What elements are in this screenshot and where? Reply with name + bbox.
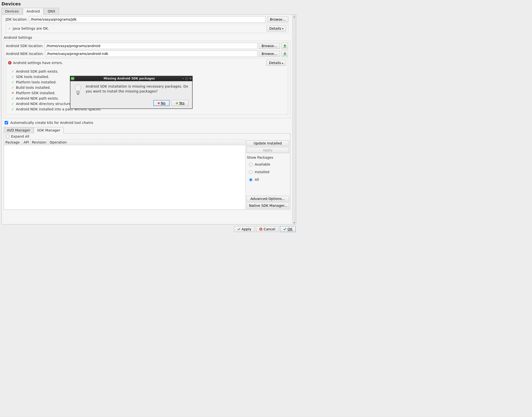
check-item: ✓Android SDK path exists. [11,69,286,74]
button-label: OK [288,227,293,231]
button-label: Cancel [264,227,275,231]
jdk-details-button[interactable]: Details ▾ [266,26,286,31]
button-label: Details [269,61,281,65]
ndk-download-button[interactable] [281,50,288,57]
button-label: Yes [179,101,185,105]
check-icon: ✓ [11,96,14,100]
radio-all-row[interactable]: All [246,176,289,183]
radio-installed[interactable] [249,170,253,174]
expand-all-checkbox[interactable] [6,135,9,138]
sdk-manager-panel: Expand All Package API Revision Operatio… [4,133,290,210]
radio-label: All [255,178,259,182]
chevron-down-icon: ▾ [282,27,283,30]
red-dot-icon [158,102,160,104]
sdk-row: Android SDK location: Browse... [6,42,288,49]
col-revision[interactable]: Revision [30,140,48,145]
show-packages-label: Show Packages [247,156,289,159]
apply-button[interactable]: Apply [234,226,255,232]
cross-icon: ✕ [11,91,14,95]
radio-installed-row[interactable]: Installed [246,169,289,175]
android-settings-label: Android Settings [4,36,290,39]
col-api[interactable]: API [22,140,30,145]
ok-button[interactable]: OK [280,226,296,232]
package-table-header: Package API Revision Operation [4,139,245,145]
check-icon [283,227,287,231]
android-error-text: Android settings have errors. [13,61,265,65]
native-sdk-manager-button[interactable]: Native SDK Manager... [246,203,289,208]
advanced-options-button[interactable]: Advanced Options... [246,196,289,202]
sdk-location-input[interactable] [45,43,257,49]
tab-qnx[interactable]: QNX [44,8,59,15]
check-icon: ✓ [11,69,14,73]
scroll-down-icon[interactable]: ▾ [293,221,296,224]
svg-rect-0 [283,47,286,47]
button-label: Details [269,26,281,30]
sdk-side-panel: Update Installed Apply Show Packages Ava… [245,139,290,209]
radio-label: Installed [255,170,269,174]
button-label: No [161,101,165,105]
check-icon: ✓ [11,75,14,79]
cancel-button[interactable]: Cancel [256,226,278,232]
sdk-browse-button[interactable]: Browse... [259,43,280,49]
jdk-browse-button[interactable]: Browse... [267,16,288,22]
check-icon [237,227,241,231]
dialog-no-button[interactable]: No [153,100,170,106]
page-title: Devices [1,1,296,6]
android-details-button[interactable]: Details ▴ [266,60,286,66]
missing-sdk-dialog: Qt Missing Android SDK packages – □ ✕ An… [70,76,193,109]
tab-devices[interactable]: Devices [1,8,22,15]
manager-tabbar: AVD Manager SDK Manager [4,127,290,133]
tab-sdk-manager[interactable]: SDK Manager [34,127,64,133]
col-operation[interactable]: Operation [48,140,245,145]
dialog-titlebar[interactable]: Qt Missing Android SDK packages – □ ✕ [70,76,193,81]
expand-all-label: Expand All [11,134,29,138]
maximize-icon[interactable]: □ [185,77,188,80]
radio-available[interactable] [249,163,253,166]
dialog-yes-button[interactable]: Yes [172,100,189,106]
close-icon[interactable]: ✕ [189,77,192,80]
check-text: Android SDK path exists. [16,69,58,73]
auto-kits-label: Automatically create kits for Android to… [10,121,93,125]
check-text: Platform tools installed. [16,80,57,84]
package-table-empty [4,145,245,209]
svg-rect-4 [77,91,80,93]
main-panel: ▴ ▾ JDK location: Browse... ✓ Java Setti… [1,14,296,224]
jdk-location-input[interactable] [29,16,266,23]
check-icon: ✓ [11,102,14,106]
scroll-up-icon[interactable]: ▴ [293,15,296,18]
auto-kits-row: Automatically create kits for Android to… [4,120,290,125]
expand-all-row: Expand All [4,133,290,139]
radio-available-row[interactable]: Available [246,161,289,168]
ndk-location-input[interactable] [45,51,257,57]
error-icon: ! [8,61,12,65]
download-icon [283,44,287,48]
sdk-download-button[interactable] [281,42,288,49]
dialog-message: Android SDK installation is missing nece… [86,84,189,97]
lightbulb-icon [74,84,82,97]
check-text: Platform SDK installed. [16,91,55,95]
button-label: Apply [242,227,252,231]
main-tabbar: Devices Android QNX [0,8,298,15]
check-icon: ✓ [11,86,14,90]
svg-point-3 [75,85,81,91]
col-package[interactable]: Package [4,140,22,145]
main-scrollbar[interactable]: ▴ ▾ [292,15,296,224]
tab-avd-manager[interactable]: AVD Manager [4,127,33,133]
radio-all[interactable] [249,178,253,182]
ndk-browse-button[interactable]: Browse... [259,51,280,57]
jdk-status-text: Java Settings are OK. [13,26,265,30]
package-table-body [4,145,245,209]
download-icon [283,52,287,56]
sdk-label: Android SDK location: [6,44,43,48]
close-icon [259,227,263,231]
radio-label: Available [255,162,270,166]
app-icon: Qt [71,77,74,80]
dialog-title: Missing Android SDK packages [76,77,183,80]
apply-packages-button[interactable]: Apply [246,147,289,153]
update-installed-button[interactable]: Update Installed [246,140,289,146]
auto-kits-checkbox[interactable] [5,121,8,124]
jdk-row: JDK location: Browse... [4,16,290,23]
dialog-footer: Apply Cancel OK [234,226,296,232]
tab-android[interactable]: Android [23,8,43,15]
minimize-icon[interactable]: – [183,77,184,80]
